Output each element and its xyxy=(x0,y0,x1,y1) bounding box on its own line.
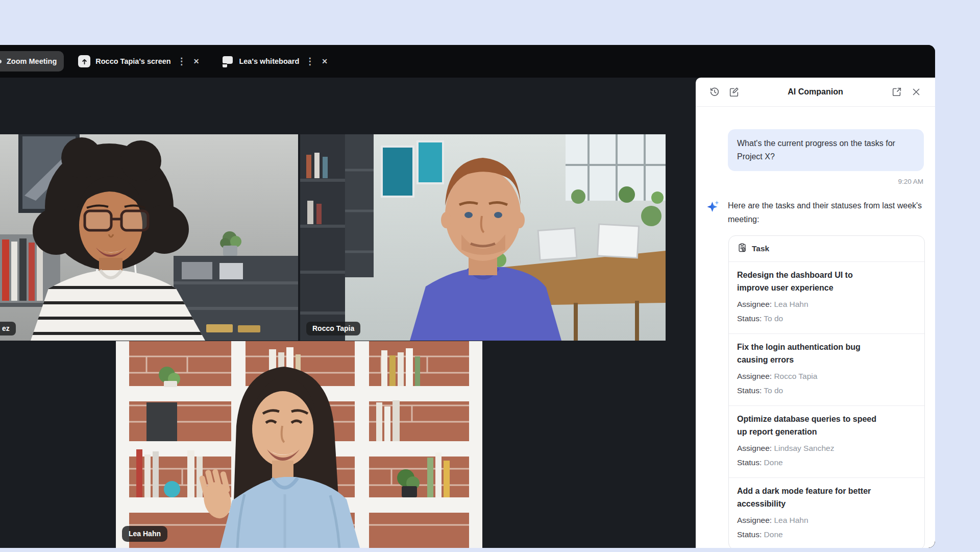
status-value: Done xyxy=(764,530,783,539)
meeting-window: Zoom Meeting Rocco Tapia's screen ⋮ ✕ Le… xyxy=(0,45,935,548)
task-list-icon xyxy=(737,243,747,255)
task-title: Add a dark mode feature for better acces… xyxy=(737,485,885,510)
status-label: Status: xyxy=(737,386,762,395)
ai-companion-sparkle-icon xyxy=(706,200,720,226)
tab-zoom-meeting[interactable]: Zoom Meeting xyxy=(0,51,64,71)
task-card: Task Redesign the dashboard UI to improv… xyxy=(728,235,925,548)
status-value: To do xyxy=(764,314,783,323)
ai-panel-title: AI Companion xyxy=(744,87,887,97)
task-item: Redesign the dashboard UI to improve use… xyxy=(729,262,924,334)
assignee-value: Lindsay Sanchez xyxy=(774,444,834,452)
pop-out-icon[interactable] xyxy=(890,85,903,99)
tab-whiteboard[interactable]: Lea's whiteboard ⋮ ✕ xyxy=(214,51,336,71)
message-timestamp: 9:20 AM xyxy=(696,178,923,185)
assignee-label: Assignee: xyxy=(737,372,772,380)
participant-1-name-tag: ez xyxy=(0,322,16,336)
video-tile-lea-hahn[interactable]: Lea Hahn xyxy=(116,341,482,548)
assignee-label: Assignee: xyxy=(737,516,772,524)
lea-hahn-name-tag: Lea Hahn xyxy=(122,526,167,542)
tab-zoom-meeting-label: Zoom Meeting xyxy=(7,57,57,65)
ai-companion-panel: AI Companion What's the current progress… xyxy=(696,78,935,548)
lea-hahn-video-art xyxy=(116,341,482,548)
status-value: Done xyxy=(764,458,783,467)
meeting-status-icon xyxy=(0,60,2,63)
assignee-value: Lea Hahn xyxy=(774,300,808,308)
tab-screen-share-label: Rocco Tapia's screen xyxy=(95,57,170,65)
tab-whiteboard-menu-icon[interactable]: ⋮ xyxy=(304,57,315,66)
task-title: Redesign the dashboard UI to improve use… xyxy=(737,269,885,294)
task-card-header-label: Task xyxy=(752,244,769,253)
assignee-value: Rocco Tapia xyxy=(774,372,817,380)
tab-screen-share-close-icon[interactable]: ✕ xyxy=(192,58,201,65)
ai-panel-header: AI Companion xyxy=(696,78,935,107)
share-screen-icon xyxy=(78,55,90,67)
tab-screen-share-menu-icon[interactable]: ⋮ xyxy=(176,57,187,66)
task-card-header: Task xyxy=(729,236,924,262)
ai-response: Here are the tasks and their statuses fr… xyxy=(706,199,925,226)
tab-screen-share[interactable]: Rocco Tapia's screen ⋮ ✕ xyxy=(71,51,207,71)
assignee-label: Assignee: xyxy=(737,444,772,452)
task-title: Optimize database queries to speed up re… xyxy=(737,413,885,438)
assignee-value: Lea Hahn xyxy=(774,516,808,524)
user-message-bubble: What's the current progress on the tasks… xyxy=(728,129,924,171)
rocco-tapia-video-art xyxy=(300,134,666,341)
ai-intro-text: Here are the tasks and their statuses fr… xyxy=(728,199,923,226)
task-item: Add a dark mode feature for better acces… xyxy=(729,478,924,548)
task-title: Fix the login authentication bug causing… xyxy=(737,341,885,366)
assignee-label: Assignee: xyxy=(737,300,772,308)
history-icon[interactable] xyxy=(708,85,721,99)
task-item: Optimize database queries to speed up re… xyxy=(729,406,924,478)
close-panel-icon[interactable] xyxy=(910,85,923,99)
tab-bar: Zoom Meeting Rocco Tapia's screen ⋮ ✕ Le… xyxy=(0,45,935,78)
tab-whiteboard-label: Lea's whiteboard xyxy=(239,57,299,65)
video-tile-participant-1[interactable]: ez xyxy=(0,134,298,341)
new-chat-icon[interactable] xyxy=(727,85,741,99)
tab-whiteboard-close-icon[interactable]: ✕ xyxy=(321,58,329,65)
task-item: Fix the login authentication bug causing… xyxy=(729,334,924,406)
status-value: To do xyxy=(764,386,783,395)
video-tile-rocco-tapia[interactable]: Rocco Tapia xyxy=(300,134,666,341)
status-label: Status: xyxy=(737,458,762,467)
participant-1-video-art xyxy=(0,134,298,341)
rocco-tapia-name-tag: Rocco Tapia xyxy=(306,322,360,336)
whiteboard-icon xyxy=(222,56,234,66)
status-label: Status: xyxy=(737,530,762,539)
status-label: Status: xyxy=(737,314,762,323)
